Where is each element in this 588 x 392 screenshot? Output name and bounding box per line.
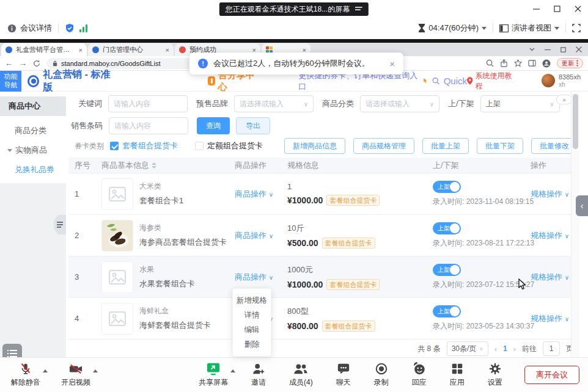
tutorial-link[interactable]: 系统使用教程 [467, 71, 517, 92]
page-size-select[interactable]: 30条/页 ∨ [447, 341, 488, 356]
status-select[interactable]: 上架 ∨ [480, 95, 560, 112]
menu-item-edit[interactable]: 编辑 [233, 322, 271, 337]
online-toggle[interactable]: 上架 [433, 264, 461, 276]
zoom-icon[interactable] [486, 59, 494, 67]
toast-close-icon[interactable]: × [389, 59, 395, 69]
side-panel-icon[interactable] [528, 59, 536, 67]
goto-page-input[interactable] [543, 341, 560, 356]
browser-scrollbar[interactable] [571, 92, 579, 357]
menu-item-delete[interactable]: 删除 [233, 337, 271, 352]
browser-tab-gift-admin[interactable]: 礼盒营销平台管理中心 × [1, 43, 87, 56]
sidebar-collapse-handle[interactable] [54, 215, 66, 234]
prev-page-icon[interactable]: ‹ [494, 344, 497, 354]
user-box[interactable]: 8385xh xh [542, 73, 581, 88]
watching-banner-text: 您正在观看金禾通技术王斌18...的屏幕 [226, 4, 350, 15]
category-select[interactable]: 请选择或输入 ∨ [360, 95, 439, 112]
minimize-icon[interactable] [526, 0, 546, 17]
invite-button[interactable]: 邀请 [248, 362, 270, 388]
security-shield-icon[interactable] [65, 23, 75, 33]
spec-manage-button[interactable]: 商品规格管理 [353, 138, 414, 154]
profile-avatar-icon[interactable] [542, 59, 551, 68]
online-toggle[interactable]: 上架 [433, 181, 461, 193]
barcode-input[interactable] [109, 117, 188, 134]
fullscreen-icon[interactable] [572, 24, 581, 32]
members-button[interactable]: 成员(4) [285, 362, 317, 388]
online-toggle[interactable]: 上架 [433, 222, 461, 234]
leave-meeting-button[interactable]: 离开会议 [524, 366, 579, 384]
browser-maximize-icon[interactable] [560, 47, 566, 53]
browser-minimize-icon[interactable] [545, 46, 551, 53]
brand-placeholder: 请选择或输入 [240, 99, 284, 109]
sidebar-section-product-center[interactable]: 商品中心 [0, 96, 66, 116]
spec-op-link[interactable]: 规格操作 ∨ [531, 314, 569, 323]
fixed-card-checkbox[interactable] [195, 142, 204, 150]
share-options-caret[interactable] [230, 369, 235, 372]
meeting-details-label[interactable]: 会议详情 [20, 23, 52, 34]
apps-button[interactable]: 应用 [446, 362, 468, 388]
table-row: 4 海鲜礼盒海鲜套餐组合提货卡 商品操作 ∨ 800型 ¥800.00套餐组合提… [68, 298, 577, 339]
combo-card-checkbox[interactable] [110, 142, 119, 150]
banner-menu-icon[interactable] [355, 6, 362, 12]
spec-op-link[interactable]: 规格操作 ∨ [531, 189, 569, 198]
network-signal-icon[interactable] [79, 24, 87, 32]
cell-status: 上架 录入时间: 2023-11-04 08:19:15 [427, 181, 524, 207]
tab-close-icon[interactable]: × [166, 46, 169, 54]
fixed-card-checkbox-label[interactable]: 定额组合提货卡 [207, 140, 263, 151]
record-button[interactable]: 录制 [370, 362, 392, 388]
current-page[interactable]: 1 [503, 344, 507, 353]
online-toggle[interactable]: 上架 [433, 305, 461, 318]
sidebar-item-gift-voucher[interactable]: 兑换礼品券 [0, 161, 66, 178]
mic-options-caret[interactable] [43, 369, 48, 372]
batch-online-button[interactable]: 批量上架 [422, 138, 469, 154]
forward-icon[interactable]: → [19, 59, 27, 67]
browser-tab-store-admin[interactable]: 门店管理中心 × [88, 43, 174, 56]
timer-caret-icon[interactable] [482, 27, 487, 30]
tab-close-icon[interactable]: × [79, 46, 83, 54]
scrollbar-thumb[interactable] [573, 94, 578, 149]
tab-search-chevron-icon[interactable] [529, 48, 535, 51]
nav-toggle-block[interactable]: 功能导航 [0, 71, 21, 92]
view-caret-icon[interactable] [554, 27, 559, 30]
divider [565, 23, 566, 33]
menu-item-detail[interactable]: 详情 [233, 308, 271, 322]
reaction-button[interactable]: 回应 [408, 362, 430, 388]
product-op-link-open[interactable]: 商品操作 ∨ [235, 272, 273, 281]
keyword-input[interactable] [108, 95, 188, 112]
share-icon[interactable] [500, 59, 508, 67]
pointer-icon [422, 78, 428, 85]
close-icon[interactable] [567, 0, 588, 17]
share-screen-button[interactable]: 共享屏幕 [195, 362, 232, 388]
sidebar-item-product-category[interactable]: 商品分类 [0, 122, 66, 139]
product-op-link[interactable]: 商品操作 ∨ [235, 231, 273, 240]
header-basic-info[interactable]: 商品基本信息 [95, 160, 229, 171]
view-mode-label[interactable]: 演讲者视图 [512, 23, 551, 34]
filter-expand-button[interactable]: » [556, 95, 572, 104]
chat-button[interactable]: 聊天 [333, 362, 355, 388]
bookmark-star-icon[interactable] [514, 59, 522, 67]
combo-card-checkbox-label[interactable]: 套餐组合提货卡 [122, 140, 178, 151]
unmute-button[interactable]: 解除静音 [7, 362, 44, 388]
browser-update-button[interactable]: 更新 [557, 58, 583, 68]
browser-close-icon[interactable] [576, 46, 582, 53]
brand-select[interactable]: 请选择或输入 ∨ [234, 95, 314, 112]
spec-op-link[interactable]: 规格操作 ∨ [531, 231, 569, 240]
start-video-button[interactable]: 开启视频 [57, 362, 94, 388]
spec-op-link[interactable]: 规格操作 ∨ [531, 272, 569, 281]
sort-icon[interactable] [152, 162, 156, 169]
menu-item-add-spec[interactable]: 新增规格 [233, 293, 271, 308]
product-op-link[interactable]: 商品操作 ∨ [235, 189, 273, 198]
video-options-caret[interactable] [93, 369, 98, 372]
refresh-icon[interactable] [33, 60, 40, 67]
settings-gear-icon [488, 362, 502, 376]
settings-button[interactable]: 设置 [484, 362, 506, 388]
kebab-menu-icon[interactable] [576, 60, 578, 67]
sidebar-item-physical-goods[interactable]: 实物商品 [0, 142, 66, 159]
add-product-button[interactable]: 新增商品信息 [284, 138, 345, 154]
back-icon[interactable]: ← [5, 59, 13, 67]
export-button[interactable]: 导出 [236, 117, 270, 134]
search-button[interactable]: 查询 [197, 117, 230, 134]
right-panel-handle[interactable]: ‹ [576, 195, 588, 216]
batch-offline-button[interactable]: 批量下架 [477, 138, 523, 154]
next-page-icon[interactable]: › [513, 344, 516, 354]
maximize-icon[interactable] [546, 0, 567, 17]
